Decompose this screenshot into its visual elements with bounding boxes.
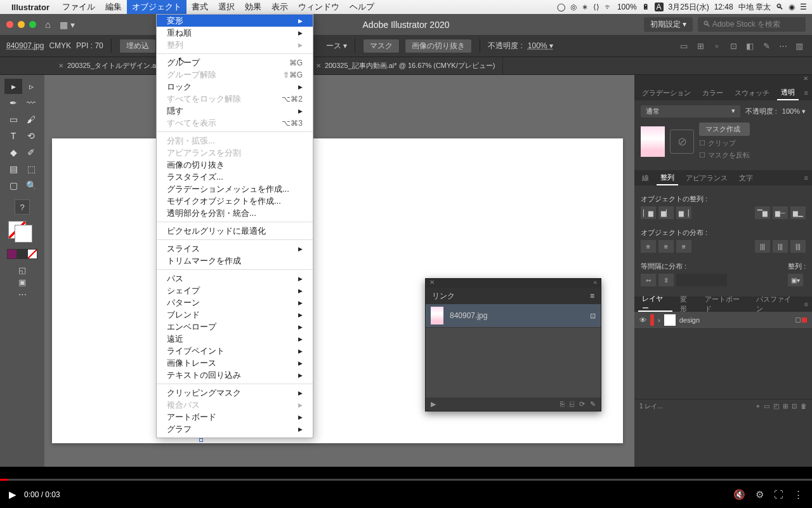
doc-tab-0[interactable]: ✕200325_タイトルデザイン.ai (51, 57, 166, 74)
relink-icon[interactable]: ⎘ (560, 400, 565, 408)
tab-layers[interactable]: レイヤー (638, 297, 672, 312)
isolate-icon[interactable]: ◧ (743, 39, 756, 52)
direct-selection-tool[interactable]: ▹ (22, 79, 40, 94)
mi-imagetrace[interactable]: 画像トレース▶ (157, 357, 313, 369)
mi-blend[interactable]: ブレンド▶ (157, 309, 313, 321)
battery-icon[interactable]: 🔋︎ (642, 3, 650, 11)
align-hcenter-icon[interactable]: ▆▏ (658, 206, 674, 219)
mask-thumb[interactable]: ⊘ (670, 130, 694, 154)
shapebuilder-tool[interactable]: ⬚ (22, 161, 40, 177)
mask-button[interactable]: マスク (363, 39, 400, 53)
expand-icon[interactable]: › (658, 316, 660, 324)
tab-character[interactable]: 文字 (735, 170, 757, 185)
mi-clipmask[interactable]: クリッピングマスク▶ (157, 387, 313, 399)
help-tool[interactable]: ? (15, 199, 30, 215)
tab-stroke[interactable]: 線 (638, 170, 653, 185)
pathfinder-icon[interactable]: ⊡ (727, 39, 740, 52)
mi-crop-image[interactable]: 画像の切り抜き (157, 159, 313, 171)
collect-icon[interactable]: ▭ (764, 403, 769, 410)
mi-mosaic[interactable]: モザイクオブジェクトを作成... (157, 195, 313, 207)
tab-align[interactable]: 整列 (657, 170, 678, 185)
drawmode-icon[interactable]: ◱ (18, 265, 27, 275)
dist-bottom-icon[interactable]: ≡ (676, 240, 691, 253)
paintbrush-tool[interactable]: 🖌 (22, 112, 40, 127)
dist-vcenter-icon[interactable]: ≡ (658, 240, 674, 253)
delete-layer-icon[interactable]: 🗑 (801, 403, 807, 410)
rectangle-tool[interactable]: ▭ (4, 112, 22, 127)
mi-transform[interactable]: 変形▶ (157, 15, 313, 27)
mi-path[interactable]: パス▶ (157, 272, 313, 284)
pen-tool[interactable]: ✒ (4, 95, 22, 110)
menubar-time[interactable]: 12:48 (714, 3, 733, 11)
embed-button[interactable]: 埋め込 (119, 39, 156, 53)
fill-stroke[interactable] (8, 221, 36, 245)
menu-edit[interactable]: 編集 (100, 0, 127, 14)
mi-slice[interactable]: スライス▶ (157, 243, 313, 255)
screenmode-icon[interactable]: ▣ (18, 277, 27, 287)
play-icon[interactable]: ▶ (9, 489, 16, 500)
tab-transform[interactable]: 変形 (676, 297, 697, 312)
dist-hspace-icon[interactable]: ⇿ (641, 274, 656, 286)
mi-livepaint[interactable]: ライブペイント▶ (157, 345, 313, 357)
menubar-user[interactable]: 中地 章太 (738, 2, 771, 13)
more-icon[interactable]: ⋯ (776, 39, 789, 52)
mi-envelope[interactable]: エンベロープ▶ (157, 321, 313, 333)
tab-pathfinder[interactable]: パスファイン (752, 297, 800, 312)
panel-close-icon[interactable]: ✕ (429, 279, 435, 288)
make-mask-button[interactable]: マスク作成 (699, 123, 750, 136)
link-item[interactable]: 840907.jpg ⊡ (426, 304, 601, 328)
align-vcenter-icon[interactable]: ▆─ (773, 206, 788, 219)
crop-button[interactable]: 画像の切り抜き (405, 39, 472, 53)
bluetooth-icon[interactable]: ∗ (582, 3, 588, 11)
tab-color[interactable]: カラー (698, 85, 727, 100)
menu-window[interactable]: ウィンドウ (293, 0, 344, 14)
mi-lock[interactable]: ロック▶ (157, 81, 313, 93)
canvas[interactable]: ✕« リンク≡ 840907.jpg ⊡ ▶ ⎘ ⍇ ⟳ ✎ (44, 75, 634, 467)
edit-toolbar-icon[interactable]: ⋯ (18, 290, 27, 299)
mi-shape[interactable]: シェイプ▶ (157, 284, 313, 297)
opacity-value[interactable]: 100% ▾ (528, 41, 553, 50)
mi-trim-marks[interactable]: トリムマークを作成 (157, 255, 313, 267)
menubar-date[interactable]: 3月25日(水) (669, 2, 709, 13)
menu-type[interactable]: 書式 (187, 0, 213, 14)
app-name[interactable]: Illustrator (11, 3, 49, 12)
wifi-icon[interactable]: ᯤ (605, 3, 612, 11)
input-lang[interactable]: A (655, 3, 664, 11)
opacity-value[interactable]: 100% ▾ (782, 107, 806, 116)
dist-vspace-icon[interactable]: ⇳ (658, 274, 674, 286)
close-icon[interactable]: ✕ (316, 62, 321, 69)
type-tool[interactable]: T (4, 128, 22, 144)
mi-rasterize[interactable]: ラスタライズ... (157, 171, 313, 183)
color-mode-swatches[interactable] (7, 249, 37, 259)
panel-menu-icon[interactable]: ≡ (590, 291, 594, 300)
eyedropper-tool[interactable]: ✐ (22, 145, 40, 160)
mi-artboard[interactable]: アートボード▶ (157, 411, 313, 423)
more-icon[interactable]: ⋮ (794, 489, 803, 500)
artboard-tool[interactable]: ▢ (4, 178, 22, 193)
menu-help[interactable]: ヘルプ (344, 0, 379, 14)
layer-row[interactable]: 👁 › design (634, 312, 812, 329)
dist-left-icon[interactable]: ||| (755, 240, 770, 253)
mi-flatten[interactable]: 透明部分を分割・統合... (157, 207, 313, 219)
mi-perspective[interactable]: 遠近▶ (157, 333, 313, 345)
dist-right-icon[interactable]: ||| (790, 240, 806, 253)
rotate-tool[interactable]: ⟲ (22, 128, 40, 144)
dist-top-icon[interactable]: ≡ (641, 240, 656, 253)
menu-file[interactable]: ファイル (57, 0, 100, 14)
close-icon[interactable]: ✕ (58, 62, 63, 69)
home-icon[interactable]: ⌂ (45, 19, 51, 30)
edit-icon[interactable]: ✎ (760, 39, 773, 52)
blend-mode-select[interactable]: 通常▾ (641, 105, 740, 117)
tab-appearance[interactable]: アピアランス (682, 170, 731, 185)
show-link-info-icon[interactable]: ▶ (431, 400, 436, 408)
airdrop-icon[interactable]: ◎ (570, 3, 577, 11)
mi-graph[interactable]: グラフ▶ (157, 423, 313, 435)
align-icon[interactable]: ▭ (678, 39, 690, 52)
mi-group[interactable]: グループ⌘G (157, 57, 313, 69)
sync-icon[interactable]: ⟨⟩ (593, 3, 599, 11)
clip-checkbox[interactable]: ☐クリップ (699, 138, 750, 148)
transform-icon[interactable]: ⊞ (694, 39, 707, 52)
menu-effect[interactable]: 効果 (240, 0, 266, 14)
trace-suffix[interactable]: ース ▾ (326, 41, 347, 51)
align-bottom-icon[interactable]: ▆▁ (790, 206, 806, 219)
